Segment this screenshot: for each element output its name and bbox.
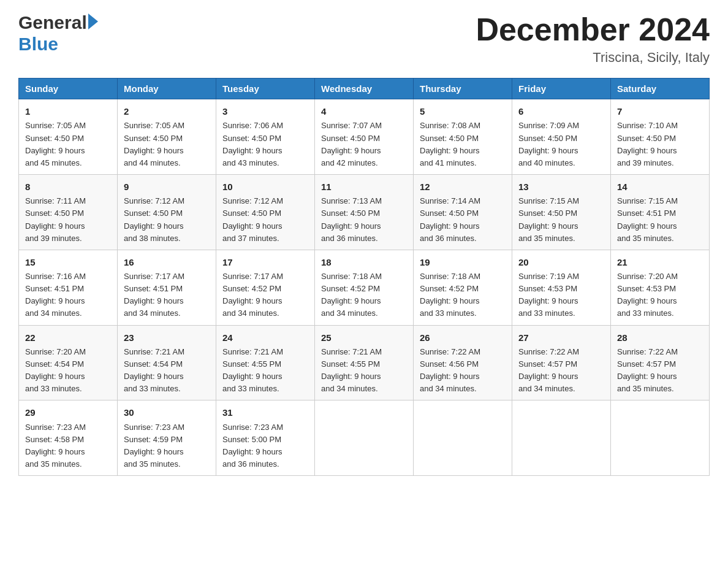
- table-row: 11Sunrise: 7:13 AMSunset: 4:50 PMDayligh…: [315, 175, 414, 250]
- day-info: Sunrise: 7:22 AMSunset: 4:57 PMDaylight:…: [518, 346, 604, 396]
- day-number: 9: [124, 180, 210, 194]
- logo-blue-text: Blue: [18, 34, 58, 55]
- day-info: Sunrise: 7:22 AMSunset: 4:57 PMDaylight:…: [617, 346, 703, 396]
- calendar-week-row: 22Sunrise: 7:20 AMSunset: 4:54 PMDayligh…: [19, 325, 710, 400]
- table-row: 24Sunrise: 7:21 AMSunset: 4:55 PMDayligh…: [216, 325, 315, 400]
- day-info: Sunrise: 7:15 AMSunset: 4:51 PMDaylight:…: [617, 195, 703, 245]
- day-info: Sunrise: 7:18 AMSunset: 4:52 PMDaylight:…: [420, 270, 506, 320]
- day-number: 28: [617, 331, 703, 345]
- calendar-week-row: 15Sunrise: 7:16 AMSunset: 4:51 PMDayligh…: [19, 250, 710, 325]
- day-info: Sunrise: 7:10 AMSunset: 4:50 PMDaylight:…: [617, 120, 703, 169]
- table-row: 22Sunrise: 7:20 AMSunset: 4:54 PMDayligh…: [19, 325, 118, 400]
- day-info: Sunrise: 7:11 AMSunset: 4:50 PMDaylight:…: [25, 195, 111, 245]
- day-number: 18: [321, 255, 407, 269]
- day-number: 29: [25, 405, 111, 419]
- day-info: Sunrise: 7:12 AMSunset: 4:50 PMDaylight:…: [124, 195, 210, 245]
- day-info: Sunrise: 7:12 AMSunset: 4:50 PMDaylight:…: [222, 195, 308, 245]
- calendar-week-row: 29Sunrise: 7:23 AMSunset: 4:58 PMDayligh…: [19, 400, 710, 476]
- day-info: Sunrise: 7:16 AMSunset: 4:51 PMDaylight:…: [25, 270, 111, 320]
- table-row: 30Sunrise: 7:23 AMSunset: 4:59 PMDayligh…: [118, 400, 216, 476]
- day-info: Sunrise: 7:17 AMSunset: 4:52 PMDaylight:…: [222, 270, 308, 320]
- title-block: December 2024 Triscina, Sicily, Italy: [476, 12, 710, 66]
- col-monday: Monday: [118, 79, 216, 99]
- table-row: 12Sunrise: 7:14 AMSunset: 4:50 PMDayligh…: [414, 175, 512, 250]
- table-row: 2Sunrise: 7:05 AMSunset: 4:50 PMDaylight…: [118, 99, 216, 175]
- table-row: 14Sunrise: 7:15 AMSunset: 4:51 PMDayligh…: [611, 175, 710, 250]
- col-tuesday: Tuesday: [216, 79, 315, 99]
- table-row: 9Sunrise: 7:12 AMSunset: 4:50 PMDaylight…: [118, 175, 216, 250]
- day-info: Sunrise: 7:23 AMSunset: 5:00 PMDaylight:…: [222, 421, 308, 471]
- table-row: 3Sunrise: 7:06 AMSunset: 4:50 PMDaylight…: [216, 99, 315, 175]
- day-number: 8: [25, 180, 111, 194]
- col-sunday: Sunday: [19, 79, 118, 99]
- day-number: 4: [321, 104, 407, 118]
- col-friday: Friday: [512, 79, 611, 99]
- day-info: Sunrise: 7:05 AMSunset: 4:50 PMDaylight:…: [124, 120, 210, 169]
- day-number: 27: [518, 331, 604, 345]
- calendar-table: Sunday Monday Tuesday Wednesday Thursday…: [18, 78, 710, 476]
- day-number: 14: [617, 180, 703, 194]
- table-row: 1Sunrise: 7:05 AMSunset: 4:50 PMDaylight…: [19, 99, 118, 175]
- day-number: 19: [420, 255, 506, 269]
- day-info: Sunrise: 7:09 AMSunset: 4:50 PMDaylight:…: [518, 120, 604, 169]
- table-row: 20Sunrise: 7:19 AMSunset: 4:53 PMDayligh…: [512, 250, 611, 325]
- day-info: Sunrise: 7:21 AMSunset: 4:54 PMDaylight:…: [124, 346, 210, 396]
- col-wednesday: Wednesday: [315, 79, 414, 99]
- day-info: Sunrise: 7:18 AMSunset: 4:52 PMDaylight:…: [321, 270, 407, 320]
- day-info: Sunrise: 7:23 AMSunset: 4:58 PMDaylight:…: [25, 421, 111, 471]
- table-row: 27Sunrise: 7:22 AMSunset: 4:57 PMDayligh…: [512, 325, 611, 400]
- day-info: Sunrise: 7:15 AMSunset: 4:50 PMDaylight:…: [518, 195, 604, 245]
- table-row: 4Sunrise: 7:07 AMSunset: 4:50 PMDaylight…: [315, 99, 414, 175]
- day-number: 24: [222, 331, 308, 345]
- table-row: [414, 400, 512, 476]
- day-number: 31: [222, 405, 308, 419]
- table-row: 26Sunrise: 7:22 AMSunset: 4:56 PMDayligh…: [414, 325, 512, 400]
- location-subtitle: Triscina, Sicily, Italy: [476, 50, 710, 66]
- page-header: General Blue December 2024 Triscina, Sic…: [18, 12, 710, 66]
- day-info: Sunrise: 7:05 AMSunset: 4:50 PMDaylight:…: [25, 120, 111, 169]
- day-number: 20: [518, 255, 604, 269]
- table-row: 21Sunrise: 7:20 AMSunset: 4:53 PMDayligh…: [611, 250, 710, 325]
- table-row: 19Sunrise: 7:18 AMSunset: 4:52 PMDayligh…: [414, 250, 512, 325]
- day-info: Sunrise: 7:14 AMSunset: 4:50 PMDaylight:…: [420, 195, 506, 245]
- day-info: Sunrise: 7:23 AMSunset: 4:59 PMDaylight:…: [124, 421, 210, 471]
- table-row: 15Sunrise: 7:16 AMSunset: 4:51 PMDayligh…: [19, 250, 118, 325]
- table-row: 28Sunrise: 7:22 AMSunset: 4:57 PMDayligh…: [611, 325, 710, 400]
- day-info: Sunrise: 7:22 AMSunset: 4:56 PMDaylight:…: [420, 346, 506, 396]
- table-row: [315, 400, 414, 476]
- day-info: Sunrise: 7:21 AMSunset: 4:55 PMDaylight:…: [321, 346, 407, 396]
- day-info: Sunrise: 7:19 AMSunset: 4:53 PMDaylight:…: [518, 270, 604, 320]
- table-row: 23Sunrise: 7:21 AMSunset: 4:54 PMDayligh…: [118, 325, 216, 400]
- day-number: 30: [124, 405, 210, 419]
- table-row: [611, 400, 710, 476]
- day-number: 15: [25, 255, 111, 269]
- table-row: 7Sunrise: 7:10 AMSunset: 4:50 PMDaylight…: [611, 99, 710, 175]
- table-row: 8Sunrise: 7:11 AMSunset: 4:50 PMDaylight…: [19, 175, 118, 250]
- day-number: 7: [617, 104, 703, 118]
- day-info: Sunrise: 7:13 AMSunset: 4:50 PMDaylight:…: [321, 195, 407, 245]
- table-row: 18Sunrise: 7:18 AMSunset: 4:52 PMDayligh…: [315, 250, 414, 325]
- day-number: 22: [25, 331, 111, 345]
- day-number: 21: [617, 255, 703, 269]
- day-number: 23: [124, 331, 210, 345]
- table-row: 16Sunrise: 7:17 AMSunset: 4:51 PMDayligh…: [118, 250, 216, 325]
- day-info: Sunrise: 7:20 AMSunset: 4:54 PMDaylight:…: [25, 346, 111, 396]
- day-info: Sunrise: 7:20 AMSunset: 4:53 PMDaylight:…: [617, 270, 703, 320]
- day-number: 16: [124, 255, 210, 269]
- day-number: 17: [222, 255, 308, 269]
- logo-chevron-icon: [88, 13, 98, 29]
- day-info: Sunrise: 7:21 AMSunset: 4:55 PMDaylight:…: [222, 346, 308, 396]
- day-number: 12: [420, 180, 506, 194]
- logo: General Blue: [18, 12, 99, 55]
- table-row: 31Sunrise: 7:23 AMSunset: 5:00 PMDayligh…: [216, 400, 315, 476]
- day-number: 13: [518, 180, 604, 194]
- day-info: Sunrise: 7:17 AMSunset: 4:51 PMDaylight:…: [124, 270, 210, 320]
- table-row: 5Sunrise: 7:08 AMSunset: 4:50 PMDaylight…: [414, 99, 512, 175]
- day-info: Sunrise: 7:07 AMSunset: 4:50 PMDaylight:…: [321, 120, 407, 169]
- table-row: 17Sunrise: 7:17 AMSunset: 4:52 PMDayligh…: [216, 250, 315, 325]
- day-info: Sunrise: 7:06 AMSunset: 4:50 PMDaylight:…: [222, 120, 308, 169]
- day-number: 10: [222, 180, 308, 194]
- day-info: Sunrise: 7:08 AMSunset: 4:50 PMDaylight:…: [420, 120, 506, 169]
- day-number: 3: [222, 104, 308, 118]
- table-row: 13Sunrise: 7:15 AMSunset: 4:50 PMDayligh…: [512, 175, 611, 250]
